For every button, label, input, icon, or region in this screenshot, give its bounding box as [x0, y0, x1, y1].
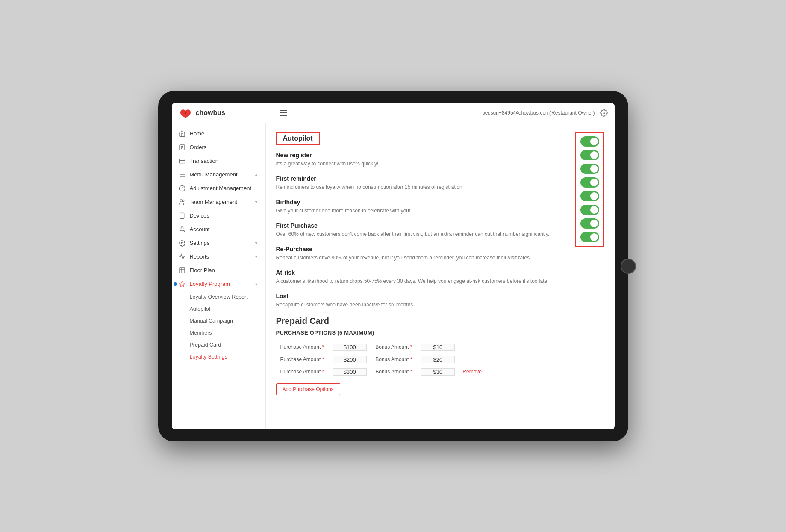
sidebar-sub-prepaid-card[interactable]: Prepaid Card: [172, 339, 265, 351]
logo-area: chowbus: [179, 108, 273, 118]
sidebar-sub-manual-campaign-label: Manual Campaign: [190, 318, 233, 324]
sidebar-sub-loyalty-settings-label: Loyalty Settings: [190, 354, 227, 360]
remove-button-3[interactable]: Remove: [459, 366, 486, 378]
sidebar-item-reports[interactable]: Reports ▼: [172, 250, 265, 264]
feature-birthday-title: Birthday: [276, 199, 570, 206]
purchase-label-1: Purchase Amount *: [276, 341, 329, 353]
settings-icon[interactable]: [600, 109, 608, 117]
purchase-label-3: Purchase Amount *: [276, 366, 329, 378]
chevron-down-icon: ▼: [254, 254, 259, 259]
feature-birthday: Birthday Give your customer one more rea…: [276, 199, 604, 215]
loyalty-sub-menu: Loyalty Overview Report Autopilot Manual…: [172, 291, 265, 363]
feature-lost-title: Lost: [276, 293, 570, 300]
sidebar-sub-loyalty-overview[interactable]: Loyalty Overview Report: [172, 291, 265, 303]
sidebar-item-floor-plan[interactable]: Floor Plan: [172, 264, 265, 277]
feature-first-reminder-title: First reminder: [276, 175, 570, 182]
chevron-down-icon: ▲: [254, 172, 259, 177]
purchase-value-1[interactable]: $100: [333, 344, 367, 351]
feature-re-purchase: Re-Purchase Repeat customers drive 80% o…: [276, 246, 604, 262]
sidebar-sub-members-label: Members: [190, 330, 212, 336]
sidebar-sub-prepaid-card-label: Prepaid Card: [190, 342, 221, 348]
purchase-label-2: Purchase Amount *: [276, 353, 329, 366]
prepaid-card-section: Prepaid Card PURCHASE OPTIONS (5 MAXIMUM…: [276, 316, 604, 395]
feature-new-register-desc: It's a great way to connect with users q…: [276, 160, 570, 168]
toggle-slider-at-risk: [580, 205, 599, 215]
feature-new-register: New register It's a great way to connect…: [276, 152, 604, 168]
hamburger-button[interactable]: [280, 110, 287, 116]
content-area: Autopilot: [266, 123, 615, 429]
sidebar-item-settings[interactable]: Settings ▼: [172, 236, 265, 250]
sidebar-item-home[interactable]: Home: [172, 127, 265, 141]
orders-icon: [179, 144, 185, 151]
sidebar-sub-loyalty-settings[interactable]: Loyalty Settings: [172, 351, 265, 363]
toggle-first-purchase[interactable]: [580, 177, 599, 188]
table-row: Purchase Amount * $100 Bonus Amount * $1…: [276, 341, 486, 353]
bonus-value-2[interactable]: $20: [421, 356, 455, 363]
svg-rect-5: [179, 159, 185, 163]
bonus-label-1: Bonus Amount *: [371, 341, 416, 353]
sidebar-item-transaction[interactable]: Transaction: [172, 154, 265, 168]
toggle-slider-re-purchase: [580, 191, 599, 201]
sidebar-item-home-label: Home: [190, 130, 205, 137]
transaction-icon: [179, 158, 185, 165]
sidebar-item-loyalty[interactable]: Loyalty Program ▲: [172, 277, 265, 291]
sidebar-sub-autopilot[interactable]: Autopilot: [172, 303, 265, 315]
toggle-slider-first-reminder: [580, 150, 599, 160]
header-right: pei.sun+8495@chowbus.com(Restaurant Owne…: [482, 109, 607, 117]
menu-management-icon: [179, 171, 185, 178]
sidebar-item-team[interactable]: Team Management ▼: [172, 195, 265, 209]
purchase-value-2[interactable]: $200: [333, 356, 367, 363]
feature-lost: Lost Recapture customers who have been i…: [276, 293, 604, 309]
feature-first-purchase-desc: Over 60% of new customers don't come bac…: [276, 230, 570, 238]
floor-plan-icon: [179, 267, 185, 274]
toggle-at-risk[interactable]: [580, 205, 599, 215]
adjustment-icon: [179, 185, 185, 192]
toggle-slider-birthday: [580, 164, 599, 174]
toggle-birthday[interactable]: [580, 164, 599, 174]
loyalty-icon: [179, 281, 185, 288]
feature-new-register-title: New register: [276, 152, 570, 159]
sidebar-sub-members[interactable]: Members: [172, 327, 265, 339]
chevron-down-icon: ▼: [254, 241, 259, 245]
sidebar-item-settings-label: Settings: [190, 240, 210, 246]
feature-lost-desc: Recapture customers who have been inacti…: [276, 301, 570, 309]
sidebar-item-team-label: Team Management: [190, 199, 237, 205]
purchase-value-3[interactable]: $300: [333, 368, 367, 376]
feature-re-purchase-desc: Repeat customers drive 80% of your reven…: [276, 254, 570, 262]
sidebar-item-loyalty-label: Loyalty Program: [190, 281, 230, 287]
sidebar-item-transaction-label: Transaction: [190, 158, 218, 164]
toggle-slider-new-register: [580, 136, 599, 147]
toggle-lost[interactable]: [580, 218, 599, 229]
feature-first-reminder-desc: Remind diners to use loyalty when no con…: [276, 183, 570, 191]
table-row: Purchase Amount * $300 Bonus Amount * $3…: [276, 366, 486, 378]
sidebar-item-adjustment[interactable]: Adjustment Management: [172, 182, 265, 195]
account-icon: [179, 226, 185, 233]
toggle-new-register[interactable]: [580, 136, 599, 147]
svg-point-17: [181, 242, 183, 244]
toggle-first-reminder[interactable]: [580, 150, 599, 160]
sidebar-sub-manual-campaign[interactable]: Manual Campaign: [172, 315, 265, 327]
toggle-re-purchase[interactable]: [580, 191, 599, 201]
bonus-value-1[interactable]: $10: [421, 344, 455, 351]
feature-first-purchase: First Purchase Over 60% of new customers…: [276, 222, 604, 238]
svg-point-16: [181, 227, 183, 229]
home-button[interactable]: [621, 259, 636, 274]
toggle-slider-prepaid-card: [580, 232, 599, 242]
main-layout: Home Orders Transaction Menu Management …: [172, 123, 615, 429]
sidebar-item-account[interactable]: Account: [172, 223, 265, 236]
table-row: Purchase Amount * $200 Bonus Amount * $2…: [276, 353, 486, 366]
logo-text: chowbus: [196, 109, 225, 117]
user-info: pei.sun+8495@chowbus.com(Restaurant Owne…: [482, 110, 595, 116]
sidebar-sub-loyalty-overview-label: Loyalty Overview Report: [190, 294, 248, 300]
sidebar-item-devices[interactable]: Devices: [172, 209, 265, 223]
purchase-table: Purchase Amount * $100 Bonus Amount * $1…: [276, 341, 486, 378]
feature-re-purchase-title: Re-Purchase: [276, 246, 570, 253]
devices-icon: [179, 212, 185, 219]
bonus-value-3[interactable]: $30: [421, 368, 455, 376]
sidebar-item-orders[interactable]: Orders: [172, 141, 265, 154]
sidebar-item-menu-management[interactable]: Menu Management ▲: [172, 168, 265, 182]
feature-at-risk-desc: A customer's likelihood to return drops …: [276, 277, 570, 285]
add-purchase-options-button[interactable]: Add Purchase Options: [276, 383, 340, 395]
chevron-down-icon: ▼: [254, 200, 259, 204]
toggle-prepaid-card[interactable]: [580, 232, 599, 242]
